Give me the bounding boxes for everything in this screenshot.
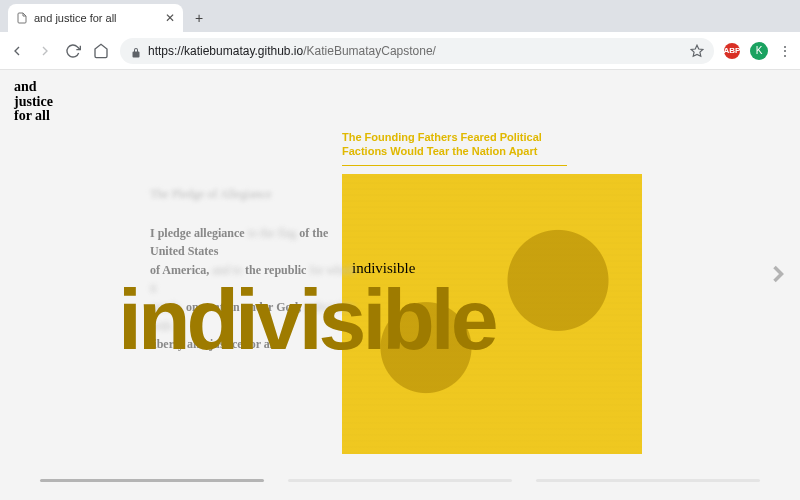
tab-title: and justice for all [34,12,159,24]
browser-chrome: and justice for all ✕ + https://katiebum… [0,0,800,70]
page-content: and justice for all The Founding Fathers… [0,70,800,500]
site-logo[interactable]: and justice for all [14,80,53,124]
url-host: https://katiebumatay.github.io [148,44,303,58]
tab-active[interactable]: and justice for all ✕ [8,4,183,32]
logo-line: and [14,80,53,95]
bookmark-icon[interactable] [690,44,704,58]
progress-segment[interactable] [288,479,512,482]
page-icon [16,12,28,24]
focus-word-small: indivisible [352,260,415,277]
new-tab-button[interactable]: + [189,8,209,28]
home-button[interactable] [92,42,110,60]
address-bar[interactable]: https://katiebumatay.github.io/KatieBuma… [120,38,714,64]
url-path: /KatieBumatayCapstone/ [303,44,436,58]
logo-line: for all [14,109,53,124]
url-text: https://katiebumatay.github.io/KatieBuma… [148,44,684,58]
back-button[interactable] [8,42,26,60]
toolbar: https://katiebumatay.github.io/KatieBuma… [0,32,800,70]
progress-indicator [40,479,760,482]
tab-strip: and justice for all ✕ + [0,0,800,32]
logo-line: justice [14,95,53,110]
close-icon[interactable]: ✕ [165,13,175,23]
pledge-line: I pledge allegiance to the flag of the U… [150,224,360,261]
profile-avatar[interactable]: K [750,42,768,60]
svg-marker-0 [691,45,703,56]
kebab-menu-icon[interactable]: ⋮ [778,43,792,59]
progress-segment[interactable] [536,479,760,482]
reload-button[interactable] [64,42,82,60]
lock-icon [130,45,142,57]
title-underline [342,165,567,166]
forward-button[interactable] [36,42,54,60]
adblock-extension-icon[interactable]: ABP [724,43,740,59]
progress-segment[interactable] [40,479,264,482]
pledge-heading: The Pledge of Allegiance [150,185,360,204]
next-arrow-button[interactable] [764,260,792,292]
article-title: The Founding Fathers Feared Political Fa… [342,130,582,159]
focus-word-large: indivisible [118,270,495,369]
